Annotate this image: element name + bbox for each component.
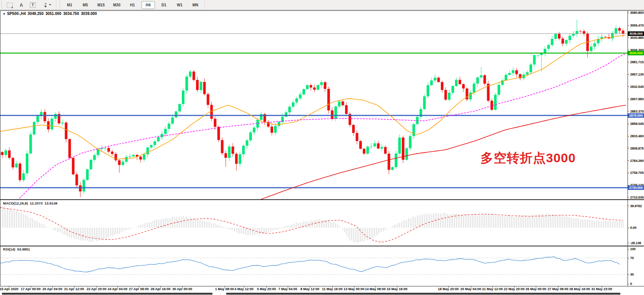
price-tick-mark bbox=[628, 136, 629, 136]
timeframe-button-MN[interactable]: MN bbox=[189, 1, 202, 9]
price-tick-label: 2833.460 bbox=[630, 134, 644, 138]
price-badge-3000.000: 3000.000 bbox=[628, 51, 644, 55]
timeframe-button-H4[interactable]: H4 bbox=[141, 1, 155, 9]
symbol-header[interactable]: ▼SP500-,H43049.2503051.0003034.7503039.0… bbox=[3, 12, 99, 16]
timeframe-button-M5[interactable]: M5 bbox=[79, 1, 92, 9]
toolbar-separator bbox=[205, 1, 205, 9]
rsi-tick-mark bbox=[628, 258, 629, 258]
time-tick-label: 15 May 16:00 bbox=[387, 287, 408, 291]
arrows-tool-icon bbox=[42, 2, 48, 7]
time-tick-label: 20 Apr 04:00 bbox=[42, 287, 62, 291]
timeframe-button-M1[interactable]: M1 bbox=[63, 1, 76, 9]
macd-tick-mark bbox=[628, 243, 629, 243]
macd-main-value: 12.2073 bbox=[30, 201, 43, 205]
price-tick-mark bbox=[628, 160, 629, 161]
chart-annotation-text[interactable]: 多空转折点3000 bbox=[480, 150, 576, 167]
price-tick-label: 2784.290 bbox=[630, 159, 644, 163]
time-tick-label: 7 May 04:00 bbox=[278, 287, 297, 291]
time-tick-label: 27 May 08:00 bbox=[547, 287, 568, 291]
bottom-bar-segment bbox=[226, 293, 620, 295]
grid-f-icon[interactable]: F bbox=[4, 1, 15, 9]
timeframe-group: M1M5M15M30H1H4D1W1MN bbox=[62, 1, 203, 9]
ohlc-low: 3034.750 bbox=[63, 12, 79, 16]
time-tick-label: 28 Apr 16:00 bbox=[150, 287, 170, 291]
rsi-chart[interactable] bbox=[0, 246, 628, 286]
bottom-bar-segment bbox=[2, 293, 213, 295]
time-tick-label: 4 May 12:00 bbox=[235, 287, 254, 291]
macd-histogram bbox=[2, 206, 623, 243]
rsi-tick-mark bbox=[628, 284, 629, 284]
time-tick-label: 17 Apr 00:00 bbox=[21, 287, 40, 291]
price-badge-2730.000: 2730.000 bbox=[628, 185, 644, 190]
candlestick-chart[interactable] bbox=[0, 10, 628, 199]
time-tick-label: 11 May 16:00 bbox=[322, 287, 342, 291]
macd-signal-line bbox=[0, 208, 623, 242]
price-tick-mark bbox=[628, 99, 629, 99]
candlesticks bbox=[1, 20, 625, 197]
time-tick-label: 5 May 20:00 bbox=[257, 287, 276, 291]
time-tick-label: 20 May 04:00 bbox=[460, 287, 481, 291]
rsi-tick-label: 30 bbox=[630, 273, 634, 276]
time-tick-label: 31 May 23:00 bbox=[591, 287, 612, 291]
time-tick-label: 28 May 16:00 bbox=[569, 287, 590, 291]
price-tick-label: 2932.545 bbox=[630, 85, 644, 89]
macd-tick-label: 0.00 bbox=[630, 226, 637, 230]
text-tool-icon[interactable]: A bbox=[17, 1, 26, 9]
timeframe-button-M30[interactable]: M30 bbox=[110, 1, 123, 9]
toolbar: F A T M1M5M15M30H1H4D1W1MN bbox=[0, 0, 644, 10]
dropdown-caret-icon bbox=[49, 4, 51, 6]
window-left-border bbox=[0, 10, 0, 286]
main-macd-divider bbox=[0, 199, 644, 200]
ohlc-open: 3049.250 bbox=[28, 12, 44, 16]
toolbar-drag-handle[interactable] bbox=[59, 1, 61, 9]
price-tick-mark bbox=[628, 37, 629, 38]
price-badge-2875.000: 2875.000 bbox=[628, 113, 644, 118]
rsi-tick-label: 70 bbox=[630, 256, 634, 260]
arrows-tool-button[interactable] bbox=[40, 1, 54, 9]
chart-top-border bbox=[0, 10, 644, 11]
price-tick-label: 2759.705 bbox=[630, 171, 644, 175]
time-tick-label: 1 May 08:00 bbox=[215, 287, 234, 291]
time-tick-label: 30 Apr 00:00 bbox=[172, 287, 192, 291]
timeframe-button-W1[interactable]: W1 bbox=[173, 1, 186, 9]
rsi-tick-mark bbox=[628, 249, 629, 249]
rsi-tick-label: 0 bbox=[630, 282, 632, 286]
price-tick-label: 2907.960 bbox=[630, 97, 644, 101]
price-tick-label: 3055.470 bbox=[630, 24, 644, 27]
ma-mid-line bbox=[17, 54, 625, 199]
price-tick-mark bbox=[628, 197, 629, 197]
timeframe-button-H1[interactable]: H1 bbox=[126, 1, 139, 9]
letter-a-glyph: A bbox=[19, 2, 23, 8]
macd-tick-mark bbox=[628, 228, 629, 228]
ohlc-close: 3039.000 bbox=[81, 12, 97, 16]
rsi-name: RSI(14) bbox=[3, 247, 15, 251]
time-tick-label: 21 Apr 12:00 bbox=[64, 287, 84, 291]
price-tick-mark bbox=[628, 74, 629, 75]
price-badge-3039.000: 3039.000 bbox=[628, 31, 644, 36]
time-tick-label: 21 May 12:00 bbox=[482, 287, 503, 291]
price-tick-label: 3030.885 bbox=[630, 36, 644, 40]
symbol-name: SP500-,H4 bbox=[7, 12, 26, 16]
ma-fast-line bbox=[0, 36, 626, 159]
toolbar-separator bbox=[56, 1, 57, 9]
rsi-tick-label: 100 bbox=[630, 247, 635, 251]
time-tick-label: 24 Apr 04:00 bbox=[107, 287, 127, 291]
macd-tick-label: -28.138 bbox=[630, 241, 641, 245]
price-tick-label: 3080.800 bbox=[630, 11, 644, 15]
timeframe-button-D1[interactable]: D1 bbox=[157, 1, 171, 9]
mt4-window: F A T M1M5M15M30H1H4D1W1MN ▼SP500-,H4304… bbox=[0, 0, 644, 295]
chevron-down-icon[interactable]: ▼ bbox=[3, 12, 6, 16]
text-label-tool-icon[interactable]: T bbox=[27, 1, 38, 9]
price-tick-label: 2883.375 bbox=[630, 110, 644, 113]
price-tick-label: 2858.045 bbox=[630, 122, 644, 126]
macd-tick-label: 39.9762 bbox=[630, 204, 642, 208]
rsi-value: 53.9851 bbox=[17, 247, 30, 251]
time-tick-label: 15 Apr 2020 bbox=[0, 287, 18, 291]
timeframe-button-M15[interactable]: M15 bbox=[94, 1, 108, 9]
price-tick-mark bbox=[628, 62, 629, 62]
macd-chart[interactable] bbox=[0, 200, 628, 246]
time-tick-label: 13 May 00:00 bbox=[344, 287, 364, 291]
macd-tick-mark bbox=[628, 206, 629, 206]
toolbar-drag-handle[interactable] bbox=[1, 1, 2, 9]
rsi-label: RSI(14)53.9851 bbox=[3, 247, 32, 251]
